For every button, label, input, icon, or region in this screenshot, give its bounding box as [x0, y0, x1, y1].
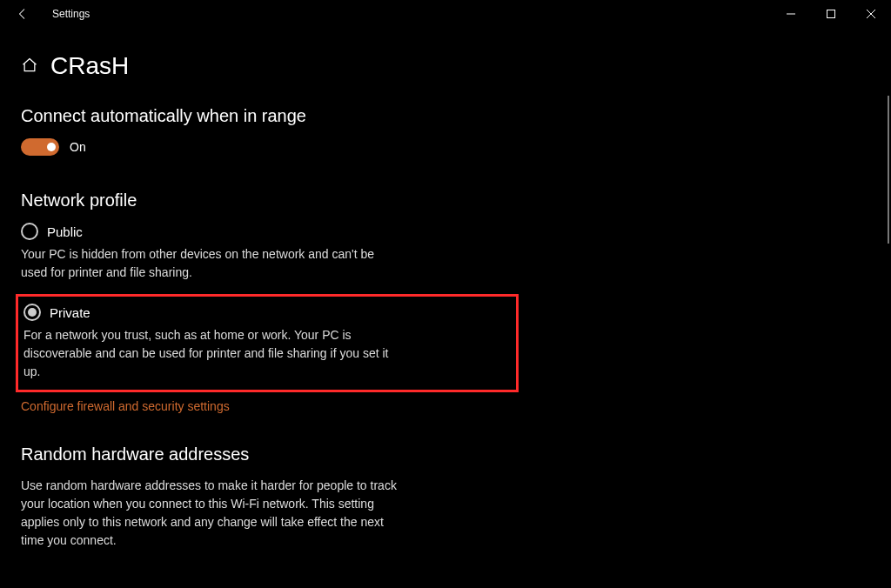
page-header: CRasH — [0, 28, 891, 80]
page-title: CRasH — [50, 52, 129, 80]
private-label: Private — [50, 305, 90, 320]
back-button[interactable] — [7, 0, 38, 28]
window-controls — [771, 0, 891, 28]
content: Connect automatically when in range On N… — [0, 80, 539, 550]
minimize-button[interactable] — [771, 0, 811, 28]
network-profile-heading: Network profile — [21, 190, 519, 210]
close-icon — [867, 10, 875, 18]
toggle-knob — [47, 143, 56, 151]
svg-rect-1 — [827, 10, 835, 18]
public-radio[interactable] — [21, 223, 38, 240]
auto-connect-toggle-label: On — [70, 140, 86, 154]
arrow-left-icon — [17, 8, 29, 20]
minimize-icon — [787, 10, 795, 18]
public-desc: Your PC is hidden from other devices on … — [21, 245, 404, 282]
private-radio-row: Private — [23, 304, 507, 321]
home-icon[interactable] — [21, 57, 38, 77]
private-desc: For a network you trust, such as at home… — [23, 326, 406, 381]
random-hw-heading: Random hardware addresses — [21, 444, 519, 464]
auto-connect-toggle-row: On — [21, 138, 519, 156]
private-highlight: Private For a network you trust, such as… — [16, 294, 519, 392]
auto-connect-toggle[interactable] — [21, 138, 59, 156]
random-hw-desc: Use random hardware addresses to make it… — [21, 477, 404, 550]
firewall-link[interactable]: Configure firewall and security settings — [21, 399, 230, 413]
scrollbar[interactable] — [888, 96, 889, 244]
auto-connect-heading: Connect automatically when in range — [21, 106, 519, 126]
public-radio-row: Public — [21, 223, 519, 240]
public-label: Public — [47, 224, 83, 239]
maximize-button[interactable] — [811, 0, 851, 28]
maximize-icon — [827, 10, 835, 18]
titlebar-label: Settings — [52, 8, 90, 20]
titlebar: Settings — [0, 0, 891, 28]
private-radio[interactable] — [23, 304, 41, 321]
close-button[interactable] — [851, 0, 891, 28]
